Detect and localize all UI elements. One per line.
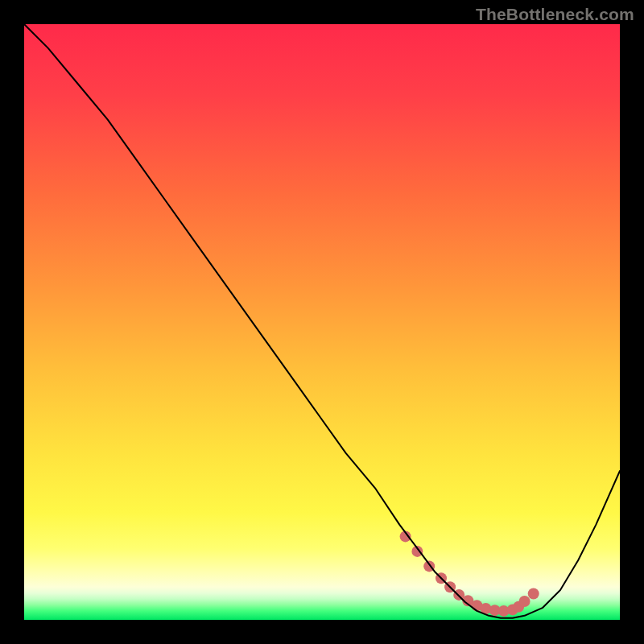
valley-dots [400, 530, 539, 617]
curve-layer [24, 24, 620, 620]
watermark-text: TheBottleneck.com [476, 5, 634, 24]
chart-frame: TheBottleneck.com [0, 0, 644, 644]
bottleneck-curve [24, 24, 620, 618]
valley-dot [528, 588, 539, 599]
valley-dot [519, 596, 530, 607]
plot-area [24, 24, 620, 620]
